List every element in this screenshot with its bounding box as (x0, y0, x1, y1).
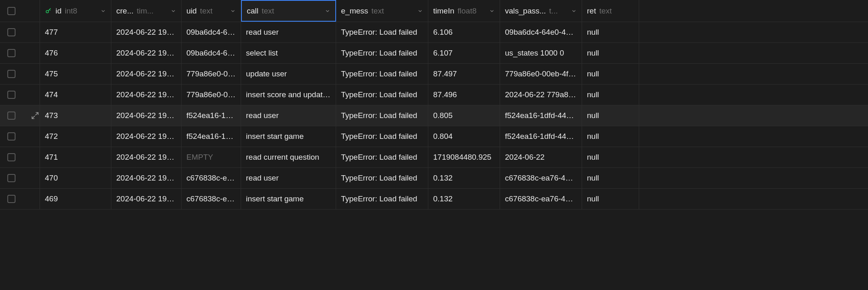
chevron-down-icon[interactable] (325, 8, 330, 14)
chevron-down-icon[interactable] (100, 8, 106, 14)
column-header-uid[interactable]: uid text (182, 0, 241, 22)
column-header-emess[interactable]: e_mess text (336, 0, 428, 22)
table-row[interactable]: 4702024-06-22 19:28:c676838c-ea76-read u… (0, 168, 868, 189)
cell-call[interactable]: read user (241, 105, 336, 126)
cell-emess[interactable]: TypeError: Load failed (336, 64, 428, 84)
cell-emess[interactable]: TypeError: Load failed (336, 189, 428, 209)
cell-id[interactable]: 471 (40, 147, 111, 167)
cell-uid[interactable]: EMPTY (182, 147, 241, 167)
cell-ret[interactable]: null (582, 168, 639, 188)
column-header-call[interactable]: call text (241, 0, 336, 22)
cell-ret[interactable]: null (582, 147, 639, 167)
row-checkbox[interactable] (7, 49, 16, 57)
cell-vals[interactable]: c676838c-ea76-4093- (500, 189, 582, 209)
cell-timein[interactable]: 6.106 (428, 22, 500, 42)
cell-emess[interactable]: TypeError: Load failed (336, 43, 428, 63)
cell-call[interactable]: insert start game (241, 189, 336, 209)
cell-ret[interactable]: null (582, 22, 639, 42)
row-checkbox[interactable] (7, 153, 16, 161)
cell-timein[interactable]: 87.496 (428, 85, 500, 105)
cell-uid[interactable]: 09ba6dc4-64e0 (182, 22, 241, 42)
cell-ret[interactable]: null (582, 43, 639, 63)
cell-vals[interactable]: f524ea16-1dfd-44e5-a (500, 105, 582, 126)
cell-timein[interactable]: 0.132 (428, 168, 500, 188)
row-checkbox[interactable] (7, 70, 16, 78)
cell-vals[interactable]: c676838c-ea76-4093- (500, 168, 582, 188)
cell-id[interactable]: 477 (40, 22, 111, 42)
cell-call[interactable]: update user (241, 64, 336, 84)
cell-created[interactable]: 2024-06-22 19:48: (111, 126, 182, 147)
cell-vals[interactable]: f524ea16-1dfd-44e5-a (500, 126, 582, 147)
cell-call[interactable]: read current question (241, 147, 336, 167)
cell-emess[interactable]: TypeError: Load failed (336, 126, 428, 147)
cell-vals[interactable]: 2024-06-22 (500, 147, 582, 167)
cell-ret[interactable]: null (582, 105, 639, 126)
cell-ret[interactable]: null (582, 85, 639, 105)
cell-id[interactable]: 474 (40, 85, 111, 105)
cell-created[interactable]: 2024-06-22 19:54: (111, 64, 182, 84)
row-checkbox[interactable] (7, 112, 16, 120)
cell-created[interactable]: 2024-06-22 19:54: (111, 85, 182, 105)
cell-uid[interactable]: f524ea16-1dfd-4 (182, 105, 241, 126)
cell-call[interactable]: read user (241, 168, 336, 188)
cell-created[interactable]: 2024-06-22 19:28: (111, 147, 182, 167)
row-checkbox[interactable] (7, 28, 16, 36)
chevron-down-icon[interactable] (489, 8, 495, 14)
cell-created[interactable]: 2024-06-22 19:54: (111, 43, 182, 63)
cell-created[interactable]: 2024-06-22 19:28: (111, 168, 182, 188)
cell-created[interactable]: 2024-06-22 19:48: (111, 105, 182, 126)
chevron-down-icon[interactable] (230, 8, 236, 14)
table-row[interactable]: 4762024-06-22 19:54:09ba6dc4-64e0select … (0, 43, 868, 64)
row-checkbox[interactable] (7, 91, 16, 99)
table-row[interactable]: 4752024-06-22 19:54:779a86e0-00ebupdate … (0, 64, 868, 85)
cell-uid[interactable]: 779a86e0-00eb (182, 85, 241, 105)
cell-call[interactable]: read user (241, 22, 336, 42)
table-row[interactable]: 4722024-06-22 19:48:f524ea16-1dfd-4inser… (0, 126, 868, 147)
cell-created[interactable]: 2024-06-22 19:28: (111, 189, 182, 209)
column-header-timein[interactable]: timeIn float8 (428, 0, 500, 22)
table-row[interactable]: 4712024-06-22 19:28:EMPTYread current qu… (0, 147, 868, 168)
chevron-down-icon[interactable] (170, 8, 176, 14)
cell-created[interactable]: 2024-06-22 19:54: (111, 22, 182, 42)
chevron-down-icon[interactable] (571, 8, 577, 14)
cell-id[interactable]: 470 (40, 168, 111, 188)
cell-uid[interactable]: c676838c-ea76- (182, 168, 241, 188)
cell-id[interactable]: 475 (40, 64, 111, 84)
cell-timein[interactable]: 6.107 (428, 43, 500, 63)
cell-vals[interactable]: 2024-06-22 779a86e0 (500, 85, 582, 105)
cell-ret[interactable]: null (582, 189, 639, 209)
cell-uid[interactable]: f524ea16-1dfd-4 (182, 126, 241, 147)
cell-timein[interactable]: 1719084480.925 (428, 147, 500, 167)
column-header-id[interactable]: id int8 (40, 0, 111, 22)
cell-timein[interactable]: 0.805 (428, 105, 500, 126)
cell-id[interactable]: 469 (40, 189, 111, 209)
cell-emess[interactable]: TypeError: Load failed (336, 85, 428, 105)
select-all-checkbox[interactable] (7, 7, 16, 15)
cell-call[interactable]: insert score and update p (241, 85, 336, 105)
cell-id[interactable]: 472 (40, 126, 111, 147)
cell-ret[interactable]: null (582, 64, 639, 84)
cell-id[interactable]: 473 (40, 105, 111, 126)
cell-timein[interactable]: 0.804 (428, 126, 500, 147)
chevron-down-icon[interactable] (417, 8, 423, 14)
cell-emess[interactable]: TypeError: Load failed (336, 105, 428, 126)
cell-uid[interactable]: c676838c-ea76- (182, 189, 241, 209)
cell-call[interactable]: select list (241, 43, 336, 63)
cell-emess[interactable]: TypeError: Load failed (336, 168, 428, 188)
row-checkbox[interactable] (7, 132, 16, 141)
row-checkbox[interactable] (7, 174, 16, 182)
cell-uid[interactable]: 779a86e0-00eb (182, 64, 241, 84)
cell-vals[interactable]: 779a86e0-00eb-4fa8- (500, 64, 582, 84)
column-header-created[interactable]: cre... tim... (111, 0, 182, 22)
cell-ret[interactable]: null (582, 126, 639, 147)
cell-emess[interactable]: TypeError: Load failed (336, 147, 428, 167)
table-row[interactable]: 4772024-06-22 19:54:09ba6dc4-64e0read us… (0, 22, 868, 43)
cell-emess[interactable]: TypeError: Load failed (336, 22, 428, 42)
table-row[interactable]: 4692024-06-22 19:28:c676838c-ea76-insert… (0, 189, 868, 210)
cell-call[interactable]: insert start game (241, 126, 336, 147)
cell-timein[interactable]: 87.497 (428, 64, 500, 84)
cell-id[interactable]: 476 (40, 43, 111, 63)
table-row[interactable]: 4742024-06-22 19:54:779a86e0-00ebinsert … (0, 85, 868, 105)
cell-timein[interactable]: 0.132 (428, 189, 500, 209)
table-row[interactable]: 4732024-06-22 19:48:f524ea16-1dfd-4read … (0, 105, 868, 126)
